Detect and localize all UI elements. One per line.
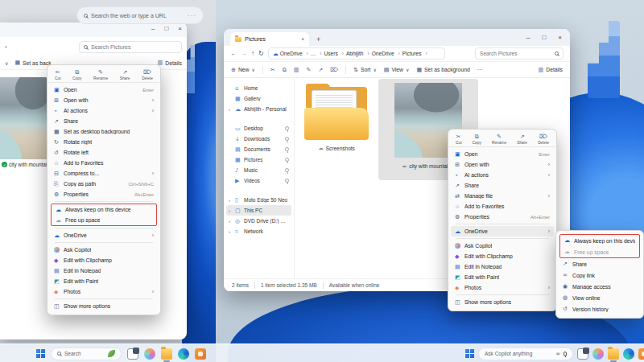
menu-item[interactable]: ∞ Copy link bbox=[559, 269, 641, 281]
breadcrumb-segment[interactable]: Abhijith › bbox=[346, 51, 372, 56]
view-dropdown-icon[interactable]: ∨ bbox=[5, 60, 8, 66]
sidebar-item[interactable]: › ▢ This PC bbox=[226, 205, 291, 216]
breadcrumb-segment[interactable]: Pictures › bbox=[402, 51, 430, 56]
file-thumbnail[interactable] bbox=[0, 77, 53, 159]
menu-item[interactable]: ◉ Manage access bbox=[559, 281, 641, 292]
sidebar-item[interactable]: › ♪ Music bbox=[226, 165, 291, 175]
new-button[interactable]: ⊕ New ∨ bbox=[231, 67, 255, 73]
app-icon-orange[interactable] bbox=[638, 348, 644, 360]
minimize-button[interactable]: – bbox=[526, 34, 530, 41]
app-icon-orange[interactable] bbox=[195, 348, 206, 360]
menu-item[interactable]: ☁ OneDrive › bbox=[451, 226, 554, 237]
search-box[interactable]: Search Pictures bbox=[475, 47, 564, 60]
menu-item[interactable]: ⇄ Manage file › bbox=[451, 191, 554, 201]
maximize-button[interactable]: □ bbox=[542, 34, 546, 41]
copilot-icon[interactable] bbox=[144, 348, 155, 360]
menu-item[interactable]: ☁ OneDrive › bbox=[50, 230, 158, 241]
menu-item[interactable]: ▣ Open Enter bbox=[50, 84, 158, 95]
explorer-tab[interactable]: Pictures × bbox=[230, 32, 309, 46]
sidebar-item[interactable]: › ▤ Documents bbox=[226, 144, 291, 154]
sidebar-item[interactable]: › ☁ Abhijith - Personal bbox=[226, 104, 291, 114]
task-view-icon[interactable] bbox=[127, 348, 138, 360]
up-button[interactable]: ↑ bbox=[251, 50, 254, 57]
folder-tile-screenshots[interactable]: ☁ Screenshots bbox=[299, 84, 374, 151]
start-button[interactable] bbox=[465, 349, 474, 358]
set-as-background-button[interactable]: ▦ Set as background bbox=[416, 67, 469, 73]
menu-action[interactable]: ↗ Share bbox=[517, 134, 527, 145]
menu-item[interactable]: ↗ Share bbox=[559, 258, 641, 269]
menu-action[interactable]: ↗ Share bbox=[120, 69, 130, 80]
menu-action[interactable]: ⧉ Copy bbox=[473, 134, 481, 145]
menu-item[interactable]: Ask Copilot bbox=[451, 241, 554, 251]
back-button[interactable]: ← bbox=[230, 50, 237, 57]
menu-item[interactable]: ↻ Rotate right bbox=[50, 137, 158, 147]
edge-icon[interactable] bbox=[178, 348, 189, 360]
edge-icon[interactable] bbox=[623, 348, 634, 360]
rename-button[interactable]: ✎ bbox=[306, 67, 311, 73]
menu-item[interactable]: ↗ Share bbox=[451, 180, 554, 191]
sidebar-item[interactable]: › ▦ Pictures bbox=[226, 154, 291, 165]
menu-item[interactable]: ◩ Edit with Paint bbox=[50, 276, 158, 286]
menu-item[interactable]: ⊞ Open with › bbox=[50, 95, 158, 105]
menu-item[interactable]: ⚙ Properties Alt+Enter bbox=[451, 212, 554, 222]
menu-action[interactable]: ✎ Rename bbox=[492, 134, 506, 145]
weather-icon[interactable] bbox=[108, 350, 115, 357]
task-view-icon[interactable] bbox=[577, 348, 588, 360]
menu-item[interactable]: ◆ Edit with Clipchamp bbox=[451, 251, 554, 261]
copilot-icon[interactable] bbox=[592, 348, 604, 360]
copy-button[interactable]: ⧉ bbox=[283, 67, 287, 73]
share-button[interactable]: ↗ bbox=[318, 67, 323, 73]
sidebar-item[interactable]: › ⌂ Home bbox=[226, 83, 291, 93]
delete-button[interactable]: ⌦ bbox=[330, 67, 338, 73]
menu-item[interactable]: ◫ Show more options bbox=[451, 297, 554, 307]
menu-item[interactable]: ◫ Show more options bbox=[50, 301, 158, 311]
menu-action[interactable]: ⧉ Copy bbox=[72, 69, 81, 80]
menu-item[interactable]: ☁ Free up space bbox=[560, 246, 639, 257]
menu-item[interactable]: ☆ Add to Favorites bbox=[50, 158, 158, 168]
menu-item[interactable]: ⋆ AI actions › bbox=[50, 105, 158, 116]
menu-item[interactable]: ⊟ Compress to... › bbox=[50, 168, 158, 179]
menu-item[interactable]: ▤ Edit in Notepad bbox=[451, 261, 554, 272]
menu-item[interactable]: ☆ Add to Favorites bbox=[451, 201, 554, 212]
menu-item[interactable]: ☁ Free up space bbox=[52, 215, 156, 225]
menu-action[interactable]: ⌦ Delete bbox=[538, 134, 549, 145]
menu-item[interactable]: ↺ Rotate left bbox=[50, 147, 158, 158]
sidebar-item[interactable]: › ▶ Videos bbox=[226, 175, 291, 186]
tab-close-icon[interactable]: × bbox=[301, 36, 304, 42]
taskbar-search[interactable]: Search bbox=[51, 348, 122, 360]
menu-item[interactable]: ⋆ AI actions › bbox=[451, 170, 554, 180]
menu-item[interactable]: ◍ View online bbox=[559, 292, 641, 303]
new-tab-button[interactable]: + bbox=[316, 36, 320, 43]
menu-item[interactable]: ☁ Always keep on this device bbox=[560, 235, 639, 246]
details-button[interactable]: ▥ Details bbox=[158, 60, 182, 66]
breadcrumb-segment[interactable]: ☁ OneDrive › bbox=[273, 51, 311, 57]
forward-button[interactable]: → bbox=[241, 50, 247, 57]
menu-item[interactable]: ↺ Version history bbox=[559, 303, 641, 315]
menu-item[interactable]: ▦ Set as desktop background bbox=[50, 126, 158, 137]
minimize-button[interactable]: – bbox=[151, 25, 155, 32]
close-button[interactable]: × bbox=[558, 34, 562, 41]
menu-item[interactable]: ⚙ Properties Alt+Enter bbox=[50, 189, 158, 200]
start-button[interactable] bbox=[36, 349, 45, 358]
sidebar-item[interactable]: › ◎ DVD Drive (D:) CCC bbox=[226, 216, 291, 226]
menu-action[interactable]: ✂ Cut bbox=[456, 134, 461, 145]
browser-search-bar[interactable]: Search the web or type a URL ··· bbox=[76, 6, 204, 24]
menu-action[interactable]: ✂ Cut bbox=[55, 69, 60, 80]
paste-button[interactable]: ▥ bbox=[294, 67, 299, 73]
breadcrumb-segment[interactable]: … › bbox=[311, 51, 324, 56]
menu-item[interactable]: ⊞ Open with › bbox=[451, 159, 554, 170]
menu-item[interactable]: ◆ Edit with Clipchamp bbox=[50, 255, 158, 265]
menu-item[interactable]: ↗ Share bbox=[50, 116, 158, 126]
refresh-button[interactable]: ↻ bbox=[258, 50, 264, 57]
menu-item[interactable]: ▤ Edit in Notepad bbox=[50, 265, 158, 276]
menu-item[interactable]: ☁ Always keep on this device bbox=[52, 204, 156, 215]
sidebar-item[interactable]: › ⌗ Network bbox=[226, 226, 291, 237]
sort-button[interactable]: ⇅ Sort ∨ bbox=[353, 67, 377, 73]
view-button[interactable]: ▤ View ∨ bbox=[384, 67, 410, 73]
menu-item[interactable]: ▣ Open Enter bbox=[451, 149, 554, 159]
details-button[interactable]: ▥ Details bbox=[539, 67, 563, 73]
sidebar-item[interactable]: › ↓ Downloads bbox=[226, 134, 291, 144]
menu-item[interactable]: ◈ Photos › bbox=[50, 286, 158, 297]
sidebar-item[interactable]: › ▯ Moto Edge 50 Neo bbox=[226, 195, 291, 205]
cut-button[interactable]: ✂ bbox=[270, 67, 275, 73]
